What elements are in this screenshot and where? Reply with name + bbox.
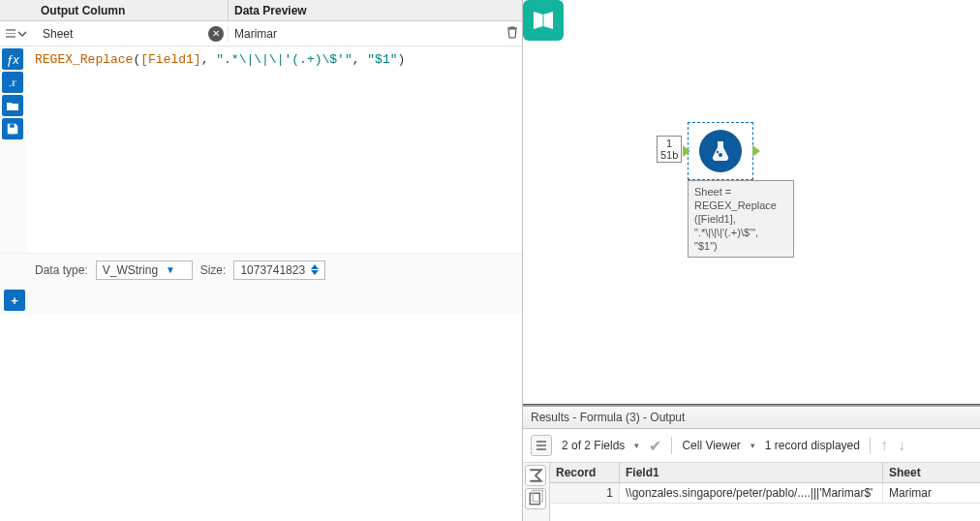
formula-tool-node[interactable] [688, 122, 753, 180]
config-panel: Output Column Data Preview Sheet ✕ Marim… [0, 0, 523, 521]
separator [870, 437, 871, 454]
clear-output-icon[interactable]: ✕ [208, 26, 224, 42]
copy-button[interactable] [525, 488, 546, 509]
separator [671, 437, 672, 454]
variable-button[interactable]: 𝑥 [2, 72, 23, 93]
actions-menu-button[interactable] [531, 435, 552, 456]
right-panel: 1 51b Sheet = REGEX_Replace ([Field1], "… [523, 0, 980, 521]
chevron-down-icon: ▼ [166, 264, 175, 275]
stepper-up-icon[interactable] [311, 264, 319, 269]
svg-point-1 [717, 151, 719, 153]
results-table: Record Field1 Sheet 1 \\gonzales.singapo… [550, 463, 980, 521]
datatype-label: Data type: [35, 263, 88, 277]
records-displayed-text: 1 record displayed [765, 439, 860, 452]
drag-handle-icon[interactable] [6, 29, 15, 38]
delete-row-icon[interactable] [503, 25, 522, 42]
expression-toolbar: ƒx 𝑥 [0, 46, 27, 253]
datatype-select[interactable]: V_WString ▼ [96, 260, 193, 280]
output-anchor-icon[interactable] [752, 145, 760, 157]
cell-sheet: Marimar [883, 483, 980, 503]
results-title: Results - Formula (3) - Output [523, 407, 980, 429]
save-button[interactable] [2, 118, 23, 139]
connection-meta: 1 51b [657, 136, 682, 163]
fields-dropdown-icon[interactable]: ▾ [634, 441, 639, 450]
table-header: Record Field1 Sheet [550, 463, 980, 483]
input-tool-node[interactable] [523, 0, 564, 41]
size-value: 1073741823 [240, 263, 305, 277]
header-data-preview: Data Preview [229, 0, 503, 21]
workflow-canvas[interactable]: 1 51b Sheet = REGEX_Replace ([Field1], "… [523, 0, 980, 405]
column-row: Sheet ✕ Marimar [0, 21, 522, 46]
size-label: Size: [200, 263, 227, 277]
collapse-toggle-icon[interactable] [15, 27, 29, 41]
datatype-row: Data type: V_WString ▼ Size: 1073741823 [0, 253, 522, 286]
fields-count-text: 2 of 2 Fields [562, 439, 625, 452]
svg-rect-2 [530, 493, 539, 504]
size-stepper[interactable] [311, 264, 319, 275]
table-row[interactable]: 1 \\gonzales.singapore/peter/pablo/....|… [550, 483, 980, 504]
preview-value: Marimar [229, 27, 503, 41]
nav-up-icon[interactable]: ↑ [880, 437, 888, 454]
cell-record: 1 [550, 483, 620, 503]
sum-button[interactable] [525, 465, 546, 486]
size-input[interactable]: 1073741823 [233, 260, 325, 280]
col-header-record[interactable]: Record [550, 463, 620, 482]
expression-editor[interactable]: REGEX_Replace([Field1], ".*\|\|\|'(.+)\$… [27, 46, 522, 253]
datatype-value: V_WString [103, 263, 158, 277]
add-expression-button[interactable]: + [4, 290, 25, 311]
config-header: Output Column Data Preview [0, 0, 522, 21]
header-output-column: Output Column [35, 0, 229, 21]
apply-icon[interactable]: ✔ [649, 437, 661, 455]
cell-field1: \\gonzales.singapore/peter/pablo/....|||… [620, 483, 883, 503]
cell-viewer-label: Cell Viewer [682, 439, 740, 452]
fx-button[interactable]: ƒx [2, 48, 23, 70]
cell-viewer-dropdown-icon[interactable]: ▾ [750, 441, 755, 450]
output-column-value: Sheet [39, 27, 208, 41]
formula-icon [699, 130, 742, 172]
output-column-select[interactable]: Sheet ✕ [35, 26, 229, 42]
grid-side-toolbar [523, 463, 550, 521]
folder-button[interactable] [2, 95, 23, 116]
node-annotation: Sheet = REGEX_Replace ([Field1], ".*\|\|… [688, 180, 794, 258]
col-header-sheet[interactable]: Sheet [883, 463, 980, 482]
nav-down-icon[interactable]: ↓ [898, 437, 905, 454]
svg-rect-3 [533, 490, 542, 501]
svg-point-0 [719, 153, 722, 157]
input-anchor-icon[interactable] [683, 145, 690, 157]
col-header-field1[interactable]: Field1 [620, 463, 883, 482]
results-panel: Results - Formula (3) - Output 2 of 2 Fi… [523, 405, 980, 521]
results-toolbar: 2 of 2 Fields ▾ ✔ Cell Viewer ▾ 1 record… [523, 429, 980, 463]
stepper-down-icon[interactable] [311, 270, 319, 275]
